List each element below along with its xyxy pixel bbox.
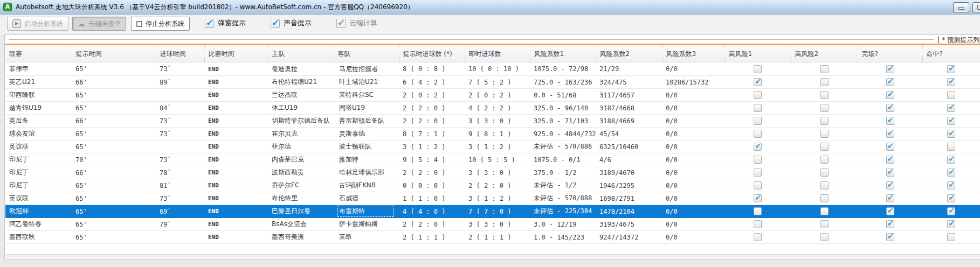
column-header-away-team[interactable]: 客队 — [334, 45, 399, 63]
column-header-tip-time[interactable]: 提示时间 — [72, 45, 156, 63]
high-risk2-checkbox[interactable] — [820, 104, 829, 112]
finished-checkbox[interactable] — [886, 130, 894, 138]
finished-checkbox[interactable] — [886, 194, 894, 202]
table-row[interactable]: 墨西联秋 65' END 墨西哥美洲 莱昂 2 ( 1 : 1 ) 2 ( 1 … — [5, 231, 980, 244]
finished-checkbox[interactable] — [886, 168, 894, 177]
finished-checkbox[interactable] — [886, 117, 894, 125]
finished-checkbox[interactable] — [886, 156, 894, 164]
table-row[interactable]: 欧冠杯 65' 69` END 巴黎圣日尔曼 布雷斯特 4 ( 4 : 0 ) … — [5, 205, 980, 218]
column-header-goal-time[interactable]: 进球时间 — [156, 45, 204, 63]
finished-checkbox[interactable] — [886, 65, 894, 73]
high-risk2-checkbox[interactable] — [820, 117, 829, 125]
column-header-hit[interactable]: 命中? — [922, 45, 980, 63]
table-row[interactable]: 阿乙曼特春 65' 79` END BsAs交流会 萨卡兹斯帕斯 2 ( 2 :… — [5, 218, 980, 231]
column-header-risk3[interactable]: 风险系数3 — [662, 45, 724, 63]
cell-high-risk2 — [791, 89, 858, 102]
start-analysis-button[interactable]: ▶ 启动分析系统 — [7, 17, 68, 31]
stop-analysis-button[interactable]: 停止分析系统 — [131, 17, 190, 31]
hit-checkbox[interactable] — [947, 78, 955, 86]
high-risk1-checkbox[interactable] — [754, 104, 762, 112]
column-header-high-risk2[interactable]: 高风险2 — [791, 45, 858, 63]
maximize-button[interactable] — [972, 2, 980, 12]
cell-goal-time: 73` — [156, 153, 204, 166]
column-header-risk1[interactable]: 风险系数1 — [530, 45, 596, 63]
hit-checkbox[interactable] — [947, 194, 955, 202]
high-risk2-checkbox[interactable] — [820, 78, 829, 86]
popup-alert-checkbox[interactable]: 弹窗提示 — [205, 18, 246, 28]
hit-checkbox[interactable] — [947, 156, 955, 164]
high-risk1-checkbox[interactable] — [754, 91, 762, 99]
cell-live-goals: 3 ( 1 : 2 ) — [465, 140, 530, 153]
column-header-league[interactable]: 联赛 — [5, 45, 72, 63]
sound-alert-checkbox[interactable]: 声音提示 — [271, 18, 312, 28]
hit-checkbox[interactable] — [947, 181, 955, 189]
cell-risk1: 0.0 - 51/68 — [530, 89, 596, 102]
table-row[interactable]: 印尼丁 70' 73` END 内森莱巴克 雅加特 9 ( 5 : 4 ) 10… — [5, 153, 980, 166]
hit-checkbox[interactable] — [947, 91, 955, 99]
hit-checkbox[interactable] — [947, 220, 955, 228]
column-header-match-time[interactable]: 比赛时间 — [204, 45, 268, 63]
table-row[interactable]: 印尼丁 65' 81` END 乔萨尔FC 古玛朗FKNB 0 ( 0 : 0 … — [5, 179, 980, 192]
high-risk2-checkbox[interactable] — [820, 91, 829, 99]
hit-checkbox[interactable] — [947, 168, 955, 177]
high-risk1-checkbox[interactable] — [754, 143, 762, 151]
cell-goal-time: 89` — [156, 76, 204, 89]
table-row[interactable]: 英议联 65' 73` END 布伦特里 石威德 1 ( 1 : 0 ) 3 (… — [5, 192, 980, 205]
high-risk1-checkbox[interactable] — [754, 156, 762, 164]
finished-checkbox[interactable] — [886, 220, 894, 228]
column-header-tip-goals[interactable]: 提示时进球数 (*) — [399, 45, 465, 63]
table-row[interactable]: 英乙U21 66' 89` END 布伦特福德U21 叶士域治U21 6 ( 4… — [5, 76, 980, 89]
table-row[interactable]: 印西隆联 65' END 兰达杰联 莱特科尔SC 2 ( 0 : 2 ) 2 (… — [5, 89, 980, 102]
hit-checkbox[interactable] — [947, 65, 955, 73]
hit-checkbox[interactable] — [947, 104, 955, 112]
high-risk1-checkbox[interactable] — [754, 233, 762, 241]
finished-checkbox[interactable] — [886, 78, 894, 86]
high-risk2-checkbox[interactable] — [820, 65, 829, 73]
table-row[interactable]: 印尼丁 66' 78` END 波斯西勒贡 哈林足球俱乐部 2 ( 2 : 0 … — [5, 166, 980, 179]
high-risk1-checkbox[interactable] — [754, 65, 762, 73]
column-header-live-goals[interactable]: 即时进球数 — [465, 45, 530, 63]
hit-checkbox[interactable] — [947, 143, 955, 151]
column-header-risk2[interactable]: 风险系数2 — [596, 45, 662, 63]
high-risk2-checkbox[interactable] — [820, 168, 829, 177]
column-header-finished[interactable]: 完场? — [858, 45, 922, 63]
horizontal-scrollbar[interactable] — [5, 254, 980, 258]
high-risk2-checkbox[interactable] — [820, 130, 829, 138]
high-risk2-checkbox[interactable] — [820, 181, 829, 189]
high-risk2-checkbox[interactable] — [820, 194, 829, 202]
high-risk1-checkbox[interactable] — [754, 78, 762, 86]
finished-checkbox[interactable] — [886, 207, 894, 215]
finished-checkbox[interactable] — [886, 104, 894, 112]
minimize-button[interactable] — [953, 2, 969, 12]
high-risk1-checkbox[interactable] — [754, 168, 762, 177]
finished-checkbox[interactable] — [886, 181, 894, 189]
high-risk1-checkbox[interactable] — [754, 220, 762, 228]
hit-checkbox[interactable] — [947, 233, 955, 241]
cell-league: 印尼丁 — [5, 179, 72, 192]
high-risk1-checkbox[interactable] — [754, 181, 762, 189]
table-row[interactable]: 菲律甲 65' 73` END 曼迪奥拉 马尼拉挖掘者 8 ( 0 : 8 ) … — [5, 63, 980, 76]
high-risk1-checkbox[interactable] — [754, 117, 762, 125]
high-risk1-checkbox[interactable] — [754, 130, 762, 138]
table-row[interactable]: 英后备 66' 73` END 切斯特菲尔德后备队 普雷斯顿后备队 2 ( 2 … — [5, 115, 980, 128]
table-row[interactable]: 球会友谊 65' 73` END 霍尔贝克 灵斯泰德 8 ( 7 : 1 ) 9… — [5, 128, 980, 140]
high-risk1-checkbox[interactable] — [754, 194, 762, 202]
table-row[interactable]: 越青锦U19 65' 84` END 体工U19 同塔U19 2 ( 2 : 0… — [5, 102, 980, 115]
high-risk2-checkbox[interactable] — [820, 233, 829, 241]
finished-checkbox[interactable] — [886, 143, 894, 151]
hit-checkbox[interactable] — [947, 207, 955, 215]
column-header-high-risk1[interactable]: 高风险1 — [724, 45, 791, 63]
high-risk2-checkbox[interactable] — [820, 156, 829, 164]
hit-checkbox[interactable] — [947, 117, 955, 125]
finished-checkbox[interactable] — [886, 91, 894, 99]
hit-checkbox[interactable] — [947, 130, 955, 138]
high-risk2-checkbox[interactable] — [820, 143, 829, 151]
high-risk2-checkbox[interactable] — [820, 220, 829, 228]
cloud-connecting-button[interactable]: ☁ 云端连接中 — [72, 17, 126, 31]
table-row[interactable]: 英议联 65' END 菲尔德 波士顿联队 3 ( 1 : 2 ) 3 ( 1 … — [5, 140, 980, 153]
column-header-home-team[interactable]: 主队 — [268, 45, 334, 63]
finished-checkbox[interactable] — [886, 233, 894, 241]
high-risk2-checkbox[interactable] — [820, 207, 829, 215]
high-risk1-checkbox[interactable] — [754, 207, 762, 215]
cloud-calc-checkbox[interactable]: 云端计算 — [336, 18, 377, 28]
